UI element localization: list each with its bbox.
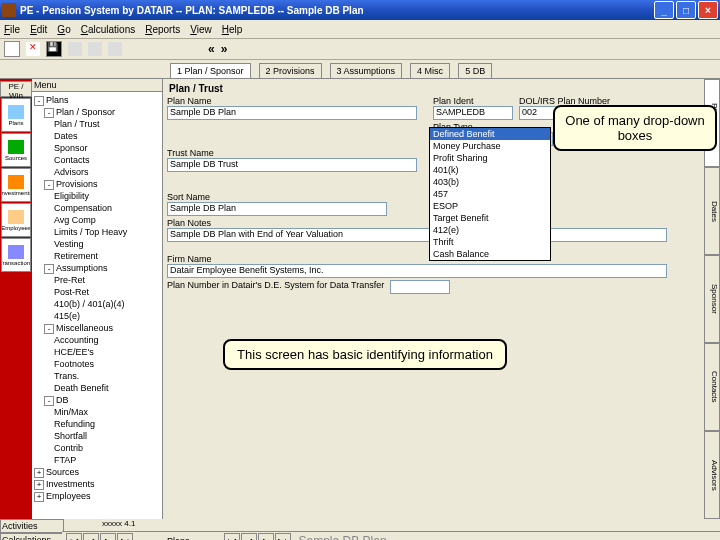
sidebar-plans[interactable]: Plans [1, 98, 31, 132]
plan-num-field[interactable] [390, 280, 450, 294]
plan-name-field[interactable]: Sample DB Plan [167, 106, 417, 120]
option-profit-sharing[interactable]: Profit Sharing [430, 152, 550, 164]
sort-name-field[interactable]: Sample DB Plan [167, 202, 387, 216]
rtab-advisors[interactable]: Advisors [704, 431, 720, 519]
nav-next-icon[interactable]: » [221, 42, 228, 56]
tree-hce[interactable]: HCE/EE's [34, 346, 160, 358]
nav-last-icon[interactable]: ▶| [117, 533, 133, 540]
tree-vesting[interactable]: Vesting [34, 238, 160, 250]
option-esop[interactable]: ESOP [430, 200, 550, 212]
tree-sponsor[interactable]: Sponsor [34, 142, 160, 154]
tree-investments[interactable]: +Investments [34, 478, 160, 490]
option-457[interactable]: 457 [430, 188, 550, 200]
tree-misc[interactable]: -Miscellaneous [34, 322, 160, 334]
menu-go[interactable]: Go [57, 24, 70, 35]
option-cash-balance[interactable]: Cash Balance [430, 248, 550, 260]
nav2-first-icon[interactable]: |◀ [224, 533, 240, 540]
menu-help[interactable]: Help [222, 24, 243, 35]
option-target-benefit[interactable]: Target Benefit [430, 212, 550, 224]
plan-type-dropdown[interactable]: Defined Benefit Money Purchase Profit Sh… [429, 127, 551, 261]
tree-plan-trust[interactable]: Plan / Trust [34, 118, 160, 130]
tree-panel: Menu -Plans -Plan / Sponsor Plan / Trust… [32, 79, 163, 519]
tree-trans[interactable]: Trans. [34, 370, 160, 382]
tree-assumptions[interactable]: -Assumptions [34, 262, 160, 274]
toolbar-icon[interactable] [68, 42, 82, 56]
tree-header: Menu [32, 79, 162, 92]
leftbot-calculations[interactable]: Calculations [0, 533, 64, 540]
tree-retirement[interactable]: Retirement [34, 250, 160, 262]
tree-sources[interactable]: +Sources [34, 466, 160, 478]
nav2-last-icon[interactable]: ▶| [275, 533, 291, 540]
tree-410b[interactable]: 410(b) / 401(a)(4) [34, 298, 160, 310]
tree-contrib[interactable]: Contrib [34, 442, 160, 454]
tree-shortfall[interactable]: Shortfall [34, 430, 160, 442]
option-defined-benefit[interactable]: Defined Benefit [430, 128, 550, 140]
rtab-sponsor[interactable]: Sponsor [704, 255, 720, 343]
tree-employees[interactable]: +Employees [34, 490, 160, 502]
minimize-button[interactable]: _ [654, 1, 674, 19]
tab-assumptions[interactable]: 3 Assumptions [330, 63, 403, 78]
rtab-contacts[interactable]: Contacts [704, 343, 720, 431]
nav-prev-icon[interactable]: « [208, 42, 215, 56]
new-icon[interactable] [4, 41, 20, 57]
option-412e[interactable]: 412(e) [430, 224, 550, 236]
tree-avg-comp[interactable]: Avg Comp [34, 214, 160, 226]
tree-accounting[interactable]: Accounting [34, 334, 160, 346]
tree-provisions[interactable]: -Provisions [34, 178, 160, 190]
option-money-purchase[interactable]: Money Purchase [430, 140, 550, 152]
tab-plan-sponsor[interactable]: 1 Plan / Sponsor [170, 63, 251, 78]
tab-provisions[interactable]: 2 Provisions [259, 63, 322, 78]
menu-view[interactable]: View [190, 24, 212, 35]
tree-plans[interactable]: -Plans [34, 94, 160, 106]
toolbar-icon[interactable] [88, 42, 102, 56]
tree-minmax[interactable]: Min/Max [34, 406, 160, 418]
tree-post-ret[interactable]: Post-Ret [34, 286, 160, 298]
print-icon[interactable] [108, 42, 122, 56]
tree-death[interactable]: Death Benefit [34, 382, 160, 394]
trust-name-field[interactable]: Sample DB Trust [167, 158, 417, 172]
tree-advisors[interactable]: Advisors [34, 166, 160, 178]
option-thrift[interactable]: Thrift [430, 236, 550, 248]
sidebar-transactions[interactable]: Transactions [1, 238, 31, 272]
plan-notes-field[interactable]: Sample DB Plan with End of Year Valuatio… [167, 228, 667, 242]
tree-contacts[interactable]: Contacts [34, 154, 160, 166]
option-403b[interactable]: 403(b) [430, 176, 550, 188]
option-401k[interactable]: 401(k) [430, 164, 550, 176]
tree-limits[interactable]: Limits / Top Heavy [34, 226, 160, 238]
tree-ftap[interactable]: FTAP [34, 454, 160, 466]
tree-pre-ret[interactable]: Pre-Ret [34, 274, 160, 286]
firm-name-field[interactable]: Datair Employee Benefit Systems, Inc. [167, 264, 667, 278]
nav2-next-icon[interactable]: ▶ [258, 533, 274, 540]
form-title: Plan / Trust [167, 81, 700, 96]
tree-compensation[interactable]: Compensation [34, 202, 160, 214]
menu-edit[interactable]: Edit [30, 24, 47, 35]
tree-refunding[interactable]: Refunding [34, 418, 160, 430]
sidebar-red: PE / Win Plans Sources Investments Emplo… [0, 79, 32, 519]
plan-ident-field[interactable]: SAMPLEDB [433, 106, 513, 120]
sidebar-investments[interactable]: Investments [1, 168, 31, 202]
nav-first-icon[interactable]: |◀ [66, 533, 82, 540]
tab-misc[interactable]: 4 Misc [410, 63, 450, 78]
tab-db[interactable]: 5 DB [458, 63, 492, 78]
sidebar-sources[interactable]: Sources [1, 133, 31, 167]
leftbot-activities[interactable]: Activities [0, 519, 64, 533]
save-icon[interactable]: 💾 [46, 41, 62, 57]
nav-prev-icon[interactable]: ◀ [83, 533, 99, 540]
close-button[interactable]: × [698, 1, 718, 19]
tree-db[interactable]: -DB [34, 394, 160, 406]
tree-415e[interactable]: 415(e) [34, 310, 160, 322]
nav-next-icon[interactable]: ▶ [100, 533, 116, 540]
tree-footnotes[interactable]: Footnotes [34, 358, 160, 370]
delete-icon[interactable]: ✕ [26, 42, 40, 56]
menu-reports[interactable]: Reports [145, 24, 180, 35]
menu-file[interactable]: FFileile [4, 24, 20, 35]
tree-eligibility[interactable]: Eligibility [34, 190, 160, 202]
tree-dates[interactable]: Dates [34, 130, 160, 142]
menu-calculations[interactable]: Calculations [81, 24, 136, 35]
tree-plan-sponsor[interactable]: -Plan / Sponsor [34, 106, 160, 118]
nav2-prev-icon[interactable]: ◀ [241, 533, 257, 540]
sidebar-employees[interactable]: Employees [1, 203, 31, 237]
menu-bar: FFileile Edit Go Calculations Reports Vi… [0, 20, 720, 39]
maximize-button[interactable]: □ [676, 1, 696, 19]
rtab-dates[interactable]: Dates [704, 167, 720, 255]
